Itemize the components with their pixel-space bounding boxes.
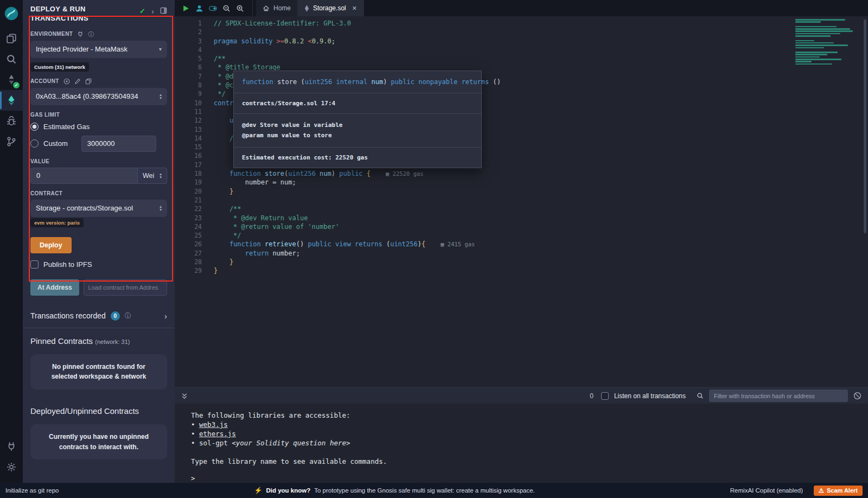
tab-storage-sol[interactable]: Storage.sol ✕ xyxy=(298,0,364,16)
tooltip-signature: function store (uint256 internal num) pu… xyxy=(234,71,481,93)
line-number: 1 xyxy=(175,19,202,28)
network-badge: Custom (31) network xyxy=(30,62,89,72)
file-explorer-icon[interactable] xyxy=(0,28,23,49)
toggle-terminal-icon[interactable] xyxy=(181,392,188,399)
gas-estimate: ▦ 22520 gas xyxy=(386,170,424,177)
terminal-filter-input[interactable] xyxy=(709,390,848,402)
debugger-icon[interactable] xyxy=(0,111,23,131)
terminal[interactable]: The following libraries are accessible:•… xyxy=(175,404,868,483)
pin-panel-icon[interactable] xyxy=(160,7,167,16)
deploy-button[interactable]: Deploy xyxy=(30,237,72,253)
line-number: 6 xyxy=(175,63,202,72)
search-icon[interactable] xyxy=(0,49,23,69)
minimap[interactable] xyxy=(795,19,859,66)
radio-icon xyxy=(30,139,39,148)
publish-ipfs-checkbox[interactable]: Publish to IPFS xyxy=(30,260,167,269)
remix-app: ✓ DEPLOY & RUN TRANSACTIONS xyxy=(0,0,868,498)
scam-alert-badge[interactable]: ⚠ Scam Alert xyxy=(814,486,863,496)
icon-sidebar: ✓ xyxy=(0,0,23,483)
deploy-run-icon[interactable] xyxy=(0,90,23,111)
account-select[interactable]: 0xA03...85ac4 (0.398673504934 ▴▾ xyxy=(30,88,167,105)
solidity-compiler-icon[interactable]: ✓ xyxy=(0,69,23,90)
line-number: 26 xyxy=(175,240,202,248)
editor-scrollbar[interactable] xyxy=(864,20,866,233)
checkbox-icon xyxy=(30,260,39,269)
code-line: 20 } xyxy=(175,187,868,196)
code-line: 21 xyxy=(175,196,868,205)
line-number: 16 xyxy=(175,151,202,160)
estimated-gas-label: Estimated Gas xyxy=(43,123,90,131)
did-you-know-tip: ⚡ Did you know? To prototype using the G… xyxy=(254,487,534,494)
custom-gas-radio[interactable]: Custom xyxy=(30,136,167,152)
panel-title: DEPLOY & RUN TRANSACTIONS xyxy=(30,5,117,23)
settings-gear-icon[interactable] xyxy=(0,457,23,477)
copy-account-icon[interactable] xyxy=(85,78,92,85)
listen-all-label: Listen on all transactions xyxy=(614,392,686,400)
line-number: 3 xyxy=(175,37,202,46)
transactions-info-icon[interactable]: ⓘ xyxy=(125,311,131,321)
listen-all-checkbox[interactable] xyxy=(601,392,609,400)
terminal-line xyxy=(191,448,868,457)
line-number: 20 xyxy=(175,187,202,196)
code-editor[interactable]: 1// SPDX-License-Identifier: GPL-3.023pr… xyxy=(175,16,868,387)
publish-person-icon[interactable] xyxy=(193,0,206,16)
contract-value: Storage - contracts/Storage.sol xyxy=(36,204,156,212)
tab-storage-label: Storage.sol xyxy=(313,4,346,12)
code-line: 22 /** xyxy=(175,205,868,213)
terminal-search-icon[interactable] xyxy=(697,392,704,399)
value-input[interactable] xyxy=(30,168,138,184)
line-number: 11 xyxy=(175,107,202,116)
line-number: 7 xyxy=(175,72,202,81)
at-address-button[interactable]: At Address xyxy=(30,279,79,296)
code-line: 24 * @return value of 'number' xyxy=(175,222,868,231)
deploy-run-panel: DEPLOY & RUN TRANSACTIONS ✓ › ENVIRONMEN… xyxy=(23,0,175,483)
estimated-gas-radio[interactable]: Estimated Gas xyxy=(30,123,167,131)
remix-logo[interactable] xyxy=(3,5,20,22)
terminal-link[interactable]: ethers.js xyxy=(199,430,236,438)
pinned-empty-state: No pinned contracts found for selected w… xyxy=(30,354,167,390)
line-number: 17 xyxy=(175,161,202,169)
pinned-contracts-heading: Pinned Contracts (network: 31) xyxy=(23,328,175,349)
code-line: 25 */ xyxy=(175,231,868,240)
panel-chevron-icon[interactable]: › xyxy=(151,7,154,16)
at-address-input[interactable] xyxy=(84,279,167,296)
tab-home-label: Home xyxy=(273,4,291,12)
line-number: 19 xyxy=(175,178,202,187)
code-line: 18 function store(uint256 num) public {▦… xyxy=(175,169,868,178)
publish-ipfs-label: Publish to IPFS xyxy=(43,260,92,269)
gas-estimate: ▦ 2415 gas xyxy=(441,241,475,247)
git-init-button[interactable]: Initialize as git repo xyxy=(5,487,59,494)
contract-select[interactable]: Storage - contracts/Storage.sol ▴▾ xyxy=(30,200,167,217)
zoom-out-icon[interactable] xyxy=(220,0,233,16)
terminal-link[interactable]: web3.js xyxy=(199,420,228,429)
function-hover-tooltip: function store (uint256 internal num) pu… xyxy=(233,71,482,168)
plugin-manager-icon[interactable] xyxy=(0,436,23,457)
fork-state-icon[interactable] xyxy=(77,31,84,37)
add-account-icon[interactable] xyxy=(63,78,70,85)
toggle-icon[interactable] xyxy=(206,0,220,16)
transactions-expand-icon[interactable]: › xyxy=(164,311,167,321)
custom-gas-input[interactable] xyxy=(81,136,156,152)
gas-limit-label: GAS LIMIT xyxy=(30,112,167,118)
transactions-recorded-label: Transactions recorded xyxy=(30,311,106,320)
environment-select[interactable]: Injected Provider - MetaMask ▾ xyxy=(30,41,167,58)
clear-console-icon[interactable] xyxy=(853,392,861,400)
line-number: 21 xyxy=(175,196,202,205)
zoom-in-icon[interactable] xyxy=(233,0,247,16)
run-script-icon[interactable] xyxy=(179,0,193,16)
transactions-recorded-row: Transactions recorded 0 ⓘ › xyxy=(23,303,175,328)
line-number: 25 xyxy=(175,231,202,240)
value-unit-select[interactable]: Wei ▴▾ xyxy=(138,168,167,184)
line-number: 10 xyxy=(175,99,202,107)
sign-message-icon[interactable] xyxy=(74,78,81,85)
code-line: 5/** xyxy=(175,54,868,63)
copilot-status[interactable]: RemixAI Copilot (enabled) xyxy=(730,487,803,494)
environment-info-icon[interactable]: ⓘ xyxy=(88,31,94,37)
contract-label: CONTRACT xyxy=(30,190,167,196)
terminal-prompt[interactable]: > xyxy=(191,474,868,483)
code-line: 28 } xyxy=(175,258,868,266)
git-icon[interactable] xyxy=(0,131,23,152)
close-tab-icon[interactable]: ✕ xyxy=(352,5,357,12)
tab-home[interactable]: Home xyxy=(256,0,298,16)
code-line: 1// SPDX-License-Identifier: GPL-3.0 xyxy=(175,19,868,28)
